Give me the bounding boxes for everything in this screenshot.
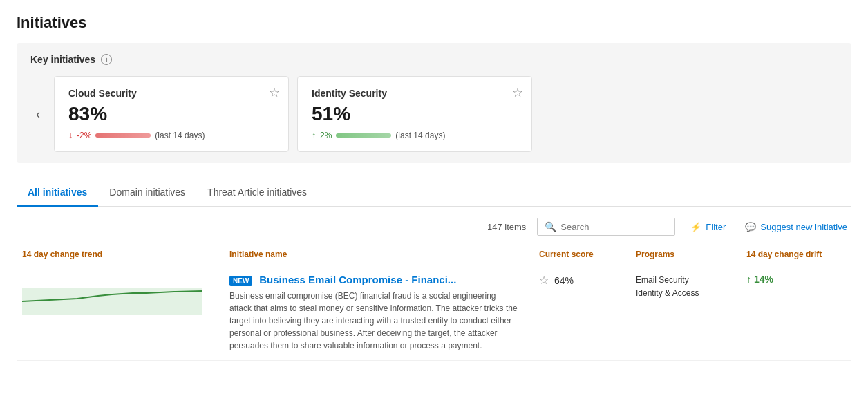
cards-row: ‹ Cloud Security 83% ↓ -2% (last 14 days… xyxy=(30,76,838,152)
prev-arrow-button[interactable]: ‹ xyxy=(30,104,46,124)
key-initiatives-section: Key initiatives i ‹ Cloud Security 83% ↓… xyxy=(17,43,851,163)
filter-icon: ⚡ xyxy=(690,222,701,232)
star-button-cloud[interactable]: ☆ xyxy=(269,85,280,100)
program-identity: Identity & Access xyxy=(636,287,735,300)
initiative-name-link[interactable]: Business Email Compromise - Financi... xyxy=(259,274,456,285)
initiative-card-identity-security: Identity Security 51% ↑ 2% (last 14 days… xyxy=(297,76,532,152)
initiative-card-cloud-security: Cloud Security 83% ↓ -2% (last 14 days) … xyxy=(54,76,289,152)
col-header-name: Initiative name xyxy=(224,250,534,259)
tab-all-initiatives[interactable]: All initiatives xyxy=(17,180,98,207)
suggest-label: Suggest new initiative xyxy=(760,222,847,232)
trend-arrow-up-identity: ↑ xyxy=(312,131,316,140)
tab-threat-article-initiatives[interactable]: Threat Article initiatives xyxy=(196,180,318,207)
suggest-button[interactable]: 💬 Suggest new initiative xyxy=(741,219,851,235)
tab-domain-initiatives[interactable]: Domain initiatives xyxy=(98,180,196,207)
program-email: Email Security xyxy=(636,274,735,287)
card-title-identity: Identity Security xyxy=(312,88,518,99)
initiative-name-row: NEW Business Email Compromise - Financi.… xyxy=(229,274,528,285)
trend-bar-red-cloud xyxy=(95,133,151,138)
info-icon[interactable]: i xyxy=(101,54,112,65)
table-header: 14 day change trend Initiative name Curr… xyxy=(17,244,851,265)
key-initiatives-label: Key initiatives xyxy=(30,54,95,65)
star-button-identity[interactable]: ☆ xyxy=(512,85,523,100)
trend-cell xyxy=(17,274,224,317)
initiative-name-cell: NEW Business Email Compromise - Financi.… xyxy=(224,274,534,352)
col-header-trend: 14 day change trend xyxy=(17,250,224,259)
search-input[interactable] xyxy=(560,222,668,232)
table-row: NEW Business Email Compromise - Financi.… xyxy=(17,265,851,361)
row-star-button[interactable]: ☆ xyxy=(539,274,549,287)
tabs-row: All initiatives Domain initiatives Threa… xyxy=(17,180,851,207)
trend-bar-green-identity xyxy=(336,133,391,138)
filter-button[interactable]: ⚡ Filter xyxy=(686,219,730,235)
page-title: Initiatives xyxy=(17,14,851,32)
trend-arrow-down-cloud: ↓ xyxy=(68,131,73,140)
new-badge: NEW xyxy=(229,276,252,286)
suggest-icon: 💬 xyxy=(745,222,756,232)
toolbar: 147 items 🔍 ⚡ Filter 💬 Suggest new initi… xyxy=(17,218,851,236)
col-header-drift: 14 day change drift xyxy=(741,250,851,259)
drift-arrow-icon: ↑ xyxy=(746,274,751,285)
mini-chart xyxy=(22,274,202,315)
items-count: 147 items xyxy=(487,222,526,232)
col-header-score: Current score xyxy=(534,250,630,259)
score-cell: ☆ 64% xyxy=(534,274,630,287)
score-value: 64% xyxy=(554,275,574,286)
filter-label: Filter xyxy=(706,222,726,232)
col-header-programs: Programs xyxy=(630,250,741,259)
trend-value-identity: 2% xyxy=(320,131,332,140)
card-trend-cloud: ↓ -2% (last 14 days) xyxy=(68,131,274,140)
trend-period-cloud: (last 14 days) xyxy=(155,131,205,140)
initiative-description: Business email compromise (BEC) financia… xyxy=(229,290,520,352)
page-container: Initiatives Key initiatives i ‹ Cloud Se… xyxy=(0,0,868,375)
search-icon: 🔍 xyxy=(545,221,556,232)
card-title-cloud: Cloud Security xyxy=(68,88,274,99)
drift-value: 14% xyxy=(754,274,773,285)
search-box[interactable]: 🔍 xyxy=(537,218,675,236)
trend-period-identity: (last 14 days) xyxy=(395,131,445,140)
key-initiatives-header: Key initiatives i xyxy=(30,54,838,65)
programs-cell: Email Security Identity & Access xyxy=(630,274,741,300)
drift-cell: ↑ 14% xyxy=(741,274,851,285)
card-percent-identity: 51% xyxy=(312,103,518,125)
card-percent-cloud: 83% xyxy=(68,103,274,125)
card-trend-identity: ↑ 2% (last 14 days) xyxy=(312,131,518,140)
trend-value-cloud: -2% xyxy=(77,131,91,140)
